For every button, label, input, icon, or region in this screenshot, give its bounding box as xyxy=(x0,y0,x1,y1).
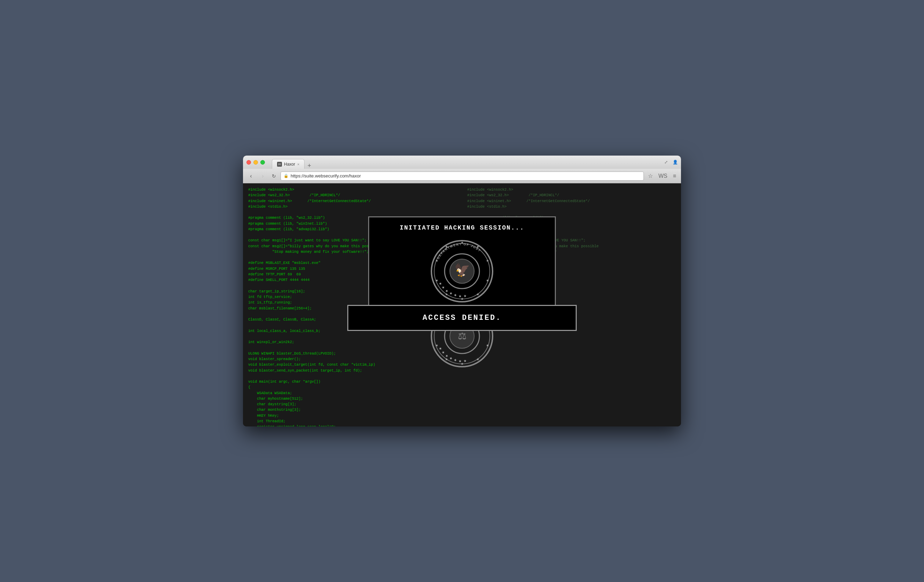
svg-text:★: ★ xyxy=(486,278,489,282)
tab-close-button[interactable]: × xyxy=(297,162,299,166)
doj-seal: ★ ★ ★ ★ ★ ★ ★ ★ ★ ★ xyxy=(429,238,495,306)
svg-text:⚖: ⚖ xyxy=(458,330,467,341)
svg-text:★: ★ xyxy=(476,293,479,296)
hacking-session-text: INITIATED HACKING SESSION... xyxy=(400,224,524,231)
window-controls-right: ⤢ 👤 xyxy=(664,160,678,164)
access-denied-text: ACCESS DENIED. xyxy=(355,314,569,322)
svg-text:★: ★ xyxy=(435,278,438,282)
mac-window: H Haxor × + ⤢ 👤 ‹ › ↻ 🔒 https://suite.we… xyxy=(243,156,681,426)
url-text: https://suite.websecurify.com/haxor xyxy=(290,173,361,179)
svg-text:★: ★ xyxy=(435,344,438,347)
close-button[interactable] xyxy=(246,160,251,164)
hacking-session-panel: INITIATED HACKING SESSION... ★ ★ ★ ★ xyxy=(368,216,556,307)
svg-text:★: ★ xyxy=(486,259,489,263)
address-bar[interactable]: 🔒 https://suite.websecurify.com/haxor xyxy=(280,171,644,181)
title-bar: H Haxor × + ⤢ 👤 xyxy=(243,156,681,169)
svg-text:DEPARTMENT OF JUST: DEPARTMENT OF JUST xyxy=(436,242,482,260)
access-denied-panel: ACCESS DENIED. xyxy=(347,305,577,331)
forward-button[interactable]: › xyxy=(258,171,267,181)
content-area: #include <winsock2.h> #include <ws2_32.h… xyxy=(243,183,681,426)
bookmark-star-icon[interactable]: ☆ xyxy=(647,172,654,180)
refresh-button[interactable]: ↻ xyxy=(270,172,278,180)
svg-text:★: ★ xyxy=(476,357,479,361)
back-button[interactable]: ‹ xyxy=(246,171,256,181)
lock-icon: 🔒 xyxy=(284,174,289,178)
active-tab[interactable]: H Haxor × xyxy=(272,159,305,169)
tab-favicon: H xyxy=(277,162,282,167)
tab-bar: H Haxor × + xyxy=(272,156,314,169)
fullscreen-icon[interactable]: ⤢ xyxy=(664,160,669,164)
new-tab-button[interactable]: + xyxy=(305,163,314,169)
maximize-button[interactable] xyxy=(261,160,265,164)
minimize-button[interactable] xyxy=(253,160,258,164)
user-icon[interactable]: 👤 xyxy=(673,160,678,164)
traffic-lights xyxy=(246,160,265,164)
tab-title: Haxor xyxy=(284,162,295,167)
overlay-container: INITIATED HACKING SESSION... ★ ★ ★ ★ xyxy=(347,216,577,369)
toolbar-right: ☆ WS ≡ xyxy=(647,172,678,180)
toolbar: ‹ › ↻ 🔒 https://suite.websecurify.com/ha… xyxy=(243,169,681,183)
svg-text:★: ★ xyxy=(486,344,489,347)
svg-text:★: ★ xyxy=(435,259,438,263)
ws-button[interactable]: WS xyxy=(657,172,669,180)
svg-text:🦅: 🦅 xyxy=(454,263,470,278)
menu-icon[interactable]: ≡ xyxy=(672,172,678,180)
